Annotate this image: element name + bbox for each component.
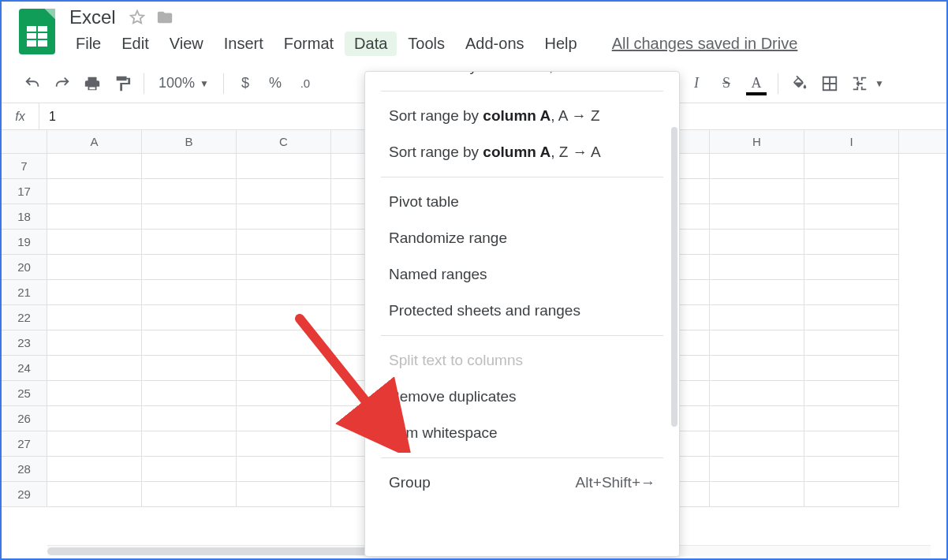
cell[interactable] bbox=[804, 381, 899, 406]
menu-item-randomize-range[interactable]: Randomize range bbox=[365, 220, 679, 256]
row-header[interactable]: 17 bbox=[2, 179, 47, 204]
row-header[interactable]: 18 bbox=[2, 204, 47, 230]
cell[interactable] bbox=[142, 381, 237, 406]
cell[interactable] bbox=[47, 406, 142, 431]
document-title[interactable]: Excel bbox=[66, 6, 119, 28]
cell[interactable] bbox=[47, 280, 142, 305]
cell[interactable] bbox=[804, 482, 899, 507]
menu-tools[interactable]: Tools bbox=[398, 32, 454, 56]
cell[interactable] bbox=[237, 381, 331, 406]
row-header[interactable]: 26 bbox=[2, 406, 47, 431]
cell[interactable] bbox=[237, 330, 331, 356]
currency-button[interactable]: $ bbox=[230, 69, 260, 99]
row-header[interactable]: 19 bbox=[2, 230, 47, 255]
cell[interactable] bbox=[804, 356, 899, 381]
cell[interactable] bbox=[142, 280, 237, 305]
cell[interactable] bbox=[237, 204, 331, 230]
row-header[interactable]: 23 bbox=[2, 330, 47, 356]
cell[interactable] bbox=[47, 230, 142, 255]
cell[interactable] bbox=[804, 154, 899, 179]
cell[interactable] bbox=[710, 406, 804, 431]
row-header[interactable]: 29 bbox=[2, 482, 47, 507]
cell[interactable] bbox=[47, 204, 142, 230]
cell[interactable] bbox=[804, 204, 899, 230]
column-header-c[interactable]: C bbox=[237, 130, 331, 153]
cell[interactable] bbox=[237, 280, 331, 305]
row-header[interactable]: 21 bbox=[2, 280, 47, 305]
cell[interactable] bbox=[47, 305, 142, 330]
paint-format-button[interactable] bbox=[107, 69, 137, 99]
cell[interactable] bbox=[47, 431, 142, 457]
cell[interactable] bbox=[47, 381, 142, 406]
menu-item-trim-whitespace[interactable]: Trim whitespace bbox=[365, 415, 679, 451]
percent-button[interactable]: % bbox=[260, 69, 290, 99]
cell[interactable] bbox=[710, 204, 804, 230]
dropdown-scrollbar[interactable] bbox=[671, 127, 677, 427]
cell[interactable] bbox=[47, 356, 142, 381]
cell[interactable] bbox=[237, 179, 331, 204]
row-header[interactable]: 7 bbox=[2, 154, 47, 179]
strikethrough-button[interactable]: S bbox=[711, 69, 741, 99]
cell[interactable] bbox=[710, 179, 804, 204]
cell[interactable] bbox=[710, 255, 804, 280]
column-header-i[interactable]: I bbox=[804, 130, 899, 153]
print-button[interactable] bbox=[77, 69, 107, 99]
cell[interactable] bbox=[710, 356, 804, 381]
cell[interactable] bbox=[237, 457, 331, 482]
cell[interactable] bbox=[142, 305, 237, 330]
row-header[interactable]: 20 bbox=[2, 255, 47, 280]
cell[interactable] bbox=[237, 406, 331, 431]
cell[interactable] bbox=[47, 330, 142, 356]
zoom-select[interactable]: 100% ▼ bbox=[151, 75, 217, 91]
column-header-b[interactable]: B bbox=[142, 130, 237, 153]
cell[interactable] bbox=[142, 204, 237, 230]
cell[interactable] bbox=[237, 230, 331, 255]
menu-format[interactable]: Format bbox=[274, 32, 343, 56]
menu-edit[interactable]: Edit bbox=[112, 32, 158, 56]
menu-item-sort-range-za[interactable]: Sort range by column A, Z → A bbox=[365, 134, 679, 170]
cell[interactable] bbox=[710, 330, 804, 356]
row-header[interactable]: 28 bbox=[2, 457, 47, 482]
cell[interactable] bbox=[47, 255, 142, 280]
menu-item-sort-range-az[interactable]: Sort range by column A, A → Z bbox=[365, 98, 679, 134]
cell[interactable] bbox=[237, 356, 331, 381]
cell[interactable] bbox=[804, 305, 899, 330]
cell[interactable] bbox=[142, 457, 237, 482]
text-color-button[interactable]: A bbox=[741, 69, 771, 99]
cell[interactable] bbox=[804, 457, 899, 482]
column-header-h[interactable]: H bbox=[710, 130, 804, 153]
cell[interactable] bbox=[237, 305, 331, 330]
formula-input[interactable]: 1 bbox=[39, 110, 65, 124]
cell[interactable] bbox=[142, 356, 237, 381]
cell[interactable] bbox=[710, 154, 804, 179]
menu-add-ons[interactable]: Add-ons bbox=[456, 32, 534, 56]
cell[interactable] bbox=[237, 255, 331, 280]
sheets-app-icon[interactable] bbox=[19, 9, 55, 54]
cell[interactable] bbox=[710, 381, 804, 406]
cell[interactable] bbox=[710, 457, 804, 482]
cell[interactable] bbox=[142, 406, 237, 431]
undo-button[interactable] bbox=[17, 69, 47, 99]
cell[interactable] bbox=[142, 482, 237, 507]
cell[interactable] bbox=[237, 431, 331, 457]
cell[interactable] bbox=[804, 179, 899, 204]
cell[interactable] bbox=[804, 330, 899, 356]
menu-item-sort-sheet-za[interactable]: Sort sheet by column A, Z → A bbox=[365, 72, 679, 84]
cell[interactable] bbox=[142, 230, 237, 255]
cell[interactable] bbox=[804, 230, 899, 255]
row-header[interactable]: 22 bbox=[2, 305, 47, 330]
menu-item-named-ranges[interactable]: Named ranges bbox=[365, 256, 679, 293]
menu-help[interactable]: Help bbox=[536, 32, 587, 56]
cell[interactable] bbox=[47, 154, 142, 179]
menu-item-group[interactable]: Group Alt+Shift+→ bbox=[365, 465, 679, 501]
cell[interactable] bbox=[710, 305, 804, 330]
cell[interactable] bbox=[804, 255, 899, 280]
cell[interactable] bbox=[710, 230, 804, 255]
cell[interactable] bbox=[47, 482, 142, 507]
fill-color-button[interactable] bbox=[785, 69, 815, 99]
row-header[interactable]: 27 bbox=[2, 431, 47, 457]
row-header[interactable]: 25 bbox=[2, 381, 47, 406]
cell[interactable] bbox=[710, 482, 804, 507]
italic-button[interactable]: I bbox=[681, 69, 711, 99]
menu-insert[interactable]: Insert bbox=[215, 32, 273, 56]
